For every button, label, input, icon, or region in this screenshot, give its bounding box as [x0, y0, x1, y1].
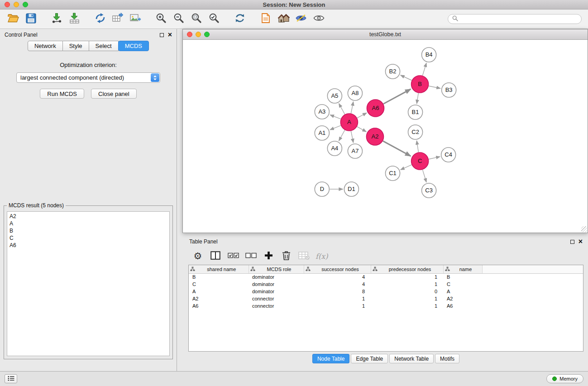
result-item-a6[interactable]: A6 [10, 242, 167, 249]
edge-A-A8[interactable] [351, 102, 353, 114]
network-zoom-button[interactable] [204, 32, 210, 37]
tab-network-table[interactable]: Network Table [389, 354, 434, 363]
edge-A-A5[interactable] [339, 104, 345, 114]
node-A5[interactable]: A5 [327, 89, 342, 103]
resize-handle[interactable] [581, 226, 587, 232]
node-A7[interactable]: A7 [348, 144, 362, 158]
column-header-name[interactable]: name [443, 265, 482, 273]
column-header-predecessor-nodes[interactable]: predecessor nodes [371, 265, 443, 273]
select-all-rows-button[interactable] [227, 249, 239, 263]
mcds-result-list[interactable]: A2ABCA6 [7, 211, 170, 356]
run-mcds-button[interactable]: Run MCDS [40, 89, 84, 99]
edge-A-A1[interactable] [330, 125, 341, 130]
edge-A2-C[interactable] [383, 141, 411, 156]
edge-C-C1[interactable] [401, 165, 412, 170]
node-C1[interactable]: C1 [386, 166, 400, 181]
node-A3[interactable]: A3 [315, 105, 329, 119]
show-graphics-details-button[interactable] [312, 12, 325, 26]
network-minimize-button[interactable] [196, 32, 201, 37]
zoom-out-button[interactable] [172, 12, 186, 26]
node-D1[interactable]: D1 [344, 182, 359, 196]
save-session-button[interactable] [24, 12, 38, 26]
tab-mcds[interactable]: MCDS [118, 41, 149, 51]
close-panel-icon[interactable]: × [168, 31, 172, 38]
node-D[interactable]: D [315, 182, 329, 196]
tab-select[interactable]: Select [89, 41, 119, 51]
table-settings-button[interactable]: ⚙ [192, 249, 204, 263]
network-close-button[interactable] [187, 32, 192, 37]
result-item-a2[interactable]: A2 [10, 213, 167, 220]
table-row-a6[interactable]: A6connector11A6 [189, 302, 583, 310]
node-A2[interactable]: A2 [366, 128, 383, 145]
import-network-from-file-button[interactable] [50, 12, 63, 26]
edge-A-A2[interactable] [357, 127, 366, 132]
search-box[interactable] [448, 14, 582, 24]
table-float-panel-icon[interactable] [570, 240, 574, 244]
node-A8[interactable]: A8 [348, 86, 362, 100]
float-panel-icon[interactable] [160, 33, 164, 37]
node-B2[interactable]: B2 [386, 64, 400, 79]
node-A[interactable]: A [340, 114, 358, 131]
hide-graphics-details-button[interactable] [294, 12, 308, 26]
open-session-file-button[interactable] [259, 12, 272, 26]
node-C4[interactable]: C4 [441, 148, 456, 162]
tab-edge-table[interactable]: Edge Table [351, 354, 388, 363]
panel-selector-button[interactable] [5, 374, 17, 383]
memory-button[interactable]: Memory [546, 374, 583, 383]
zoom-selected-button[interactable] [207, 12, 221, 26]
show-columns-button[interactable] [210, 249, 221, 263]
export-image-button[interactable] [129, 12, 142, 26]
edge-A-A3[interactable] [330, 115, 341, 119]
node-B1[interactable]: B1 [408, 105, 423, 119]
node-C2[interactable]: C2 [408, 125, 423, 139]
edge-A6-B[interactable] [383, 89, 411, 104]
minimize-window-button[interactable] [14, 2, 19, 7]
search-input[interactable] [460, 15, 577, 23]
column-header-successor-nodes[interactable]: successor nodes [304, 265, 371, 273]
table-row-c[interactable]: Cdominator41C [189, 281, 583, 288]
tab-network[interactable]: Network [28, 41, 63, 51]
home-button[interactable] [277, 12, 290, 26]
table-row-a2[interactable]: A2connector11A2 [189, 295, 583, 302]
add-column-button[interactable] [263, 249, 274, 263]
node-A4[interactable]: A4 [327, 141, 342, 156]
optimization-dropdown[interactable]: largest connected component (directed) [16, 72, 160, 83]
edge-C-C4[interactable] [429, 157, 440, 159]
apply-layout-button[interactable] [233, 12, 247, 26]
network-window-titlebar[interactable]: testGlobe.txt [183, 29, 588, 40]
edge-B-B4[interactable] [422, 63, 426, 76]
function-builder-button[interactable]: f(x) [316, 249, 328, 263]
tab-node-table[interactable]: Node Table [312, 354, 350, 363]
table-close-panel-icon[interactable]: × [578, 238, 583, 245]
zoom-in-button[interactable] [154, 12, 168, 26]
tab-style[interactable]: Style [63, 41, 89, 51]
open-session-button[interactable] [6, 12, 20, 26]
column-header-mcds-role[interactable]: MCDS role [249, 265, 304, 273]
close-panel-button[interactable]: Close panel [91, 89, 137, 99]
table-row-b[interactable]: Bdominator41B [189, 273, 583, 281]
close-window-button[interactable] [5, 2, 10, 7]
delete-column-button[interactable] [280, 249, 292, 263]
node-A1[interactable]: A1 [315, 126, 329, 140]
edge-A-A6[interactable] [357, 113, 367, 118]
zoom-fit-content-button[interactable] [190, 12, 203, 26]
node-B4[interactable]: B4 [422, 48, 436, 62]
edge-B-B3[interactable] [429, 86, 440, 88]
edge-A-A7[interactable] [351, 131, 353, 143]
edge-C-C2[interactable] [416, 141, 418, 152]
zoom-window-button[interactable] [23, 2, 28, 7]
edge-C-C3[interactable] [422, 170, 426, 182]
edge-A-A4[interactable] [339, 130, 345, 141]
node-C[interactable]: C [411, 152, 429, 170]
result-item-a[interactable]: A [10, 220, 167, 227]
delete-table-button[interactable] [298, 249, 310, 263]
node-C3[interactable]: C3 [422, 183, 436, 198]
node-A6[interactable]: A6 [367, 100, 384, 117]
node-B[interactable]: B [411, 76, 429, 93]
import-table-from-file-button[interactable] [67, 12, 81, 26]
tab-motifs[interactable]: Motifs [435, 354, 459, 363]
result-item-c[interactable]: C [10, 234, 167, 242]
table-row-a[interactable]: Adominator80A [189, 288, 583, 295]
column-header-shared-name[interactable]: shared name [189, 265, 249, 273]
export-network-button[interactable] [93, 12, 107, 26]
